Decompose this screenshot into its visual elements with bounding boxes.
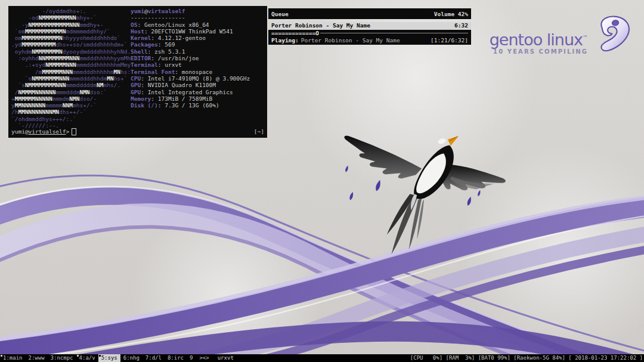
workspace-tag-9[interactable]: 9 (187, 354, 196, 362)
prompt-symbol: > (66, 128, 70, 135)
progress-fill: ============= (271, 30, 315, 38)
workspace-tag-8:irc[interactable]: 8:irc (165, 354, 187, 362)
shell-prompt[interactable]: yumi@virtualself> [~] (11, 128, 264, 135)
queue-title: Queue (271, 11, 289, 17)
tag-client-indicator (99, 355, 101, 357)
workspace-tag-2:www[interactable]: 2:www (26, 354, 48, 362)
tag-client-indicator (1, 355, 2, 357)
penguin-artwork (336, 129, 510, 271)
desktop: gentoo linux™ 10 YEARS COMPILING (0, 0, 644, 362)
playing-track: Porter Robinson - Say My Name (301, 37, 400, 45)
player-header-window[interactable]: Queue Volume 42% (268, 8, 471, 19)
terminal-window[interactable]: -/oyddmdhs+:. -odNMMMMMMMMNNmhy+-` -yNMM… (8, 6, 267, 138)
track-duration: 6:32 (454, 22, 468, 30)
workspace-tag-5:sys[interactable]: 5:sys (98, 354, 120, 362)
gentoo-ascii-art: -/oyddmdhs+:. -odNMMMMMMMMNNmhy+-` -yNMM… (11, 8, 131, 129)
prompt-user: yumi@ (11, 128, 29, 135)
terminal-cursor (72, 128, 76, 135)
gentoo-logo-subtitle: 10 YEARS COMPILING (490, 48, 588, 55)
workspace-tag-6:nhg[interactable]: 6:nhg (120, 354, 143, 362)
system-status-text: [CPU 0%] [RAM 3%] [BAT0 99%] [Raekwon-5G… (410, 354, 644, 362)
track-title: Porter Robinson - Say My Name (271, 22, 370, 30)
volume-indicator: Volume 42% (434, 11, 468, 17)
status-bar: 1:main2:www3:ncmpc4:a/v5:sys6:nhg7:d/l8:… (0, 354, 644, 362)
trademark-symbol: ™ (583, 35, 588, 41)
playing-label: Playing: (271, 37, 299, 45)
player-main-window[interactable]: Porter Robinson - Say My Name 6:32 =====… (268, 22, 471, 45)
penguin-beak (448, 136, 459, 146)
gentoo-logo: gentoo linux™ 10 YEARS COMPILING (490, 12, 632, 57)
queue-selected-track[interactable]: Porter Robinson - Say My Name 6:32 (268, 22, 471, 30)
workspace-tag-4:a/v[interactable]: 4:a/v (76, 354, 98, 362)
working-directory: [~] (254, 128, 264, 135)
penguin-left-wing (344, 135, 422, 178)
tag-client-indicator (77, 355, 79, 357)
gentoo-logo-title: gentoo linux™ (490, 30, 588, 48)
gentoo-swirl-icon (590, 12, 632, 57)
system-info: yumi@virtualself----------------OS: Gent… (131, 8, 250, 109)
playing-time: [1:21/6:32] (431, 37, 468, 45)
workspace-tag-3:ncmpc[interactable]: 3:ncmpc (48, 354, 76, 362)
progress-bar[interactable]: =============O (268, 30, 471, 38)
playing-status: Playing: Porter Robinson - Say My Name [… (268, 37, 471, 45)
workspace-tags: 1:main2:www3:ncmpc4:a/v5:sys6:nhg7:d/l8:… (0, 354, 196, 362)
progress-remaining (320, 33, 468, 33)
progress-knob: O (315, 30, 319, 38)
penguin-cap (437, 137, 447, 145)
workspace-tag-1:main[interactable]: 1:main (0, 354, 26, 362)
layout-symbol[interactable]: ><> (196, 354, 212, 362)
focused-window-title: urxvt (213, 354, 239, 362)
prompt-host: virtualself (29, 128, 66, 135)
workspace-tag-7:d/l[interactable]: 7:d/l (143, 354, 165, 362)
